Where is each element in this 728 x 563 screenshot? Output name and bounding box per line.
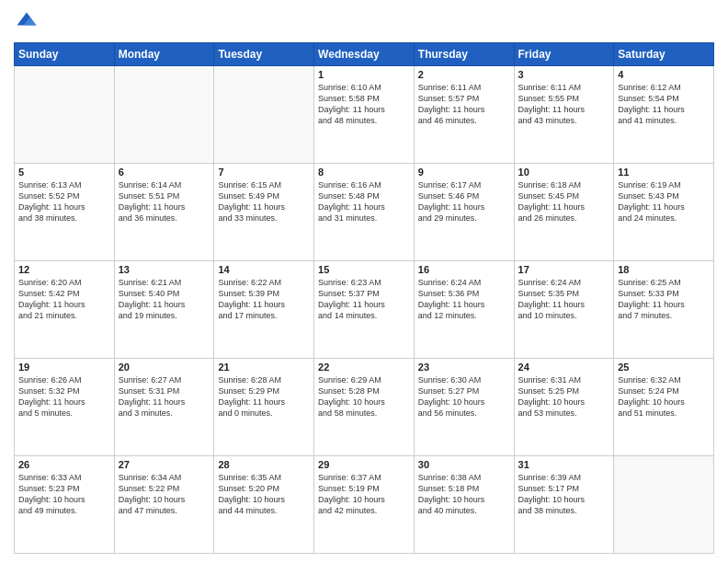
calendar-cell: 7Sunrise: 6:15 AM Sunset: 5:49 PM Daylig…: [214, 164, 314, 261]
calendar-cell: 27Sunrise: 6:34 AM Sunset: 5:22 PM Dayli…: [114, 456, 214, 554]
day-number: 15: [318, 264, 410, 275]
day-number: 4: [618, 69, 710, 80]
col-monday: Monday: [114, 43, 214, 66]
day-info: Sunrise: 6:35 AM Sunset: 5:20 PM Dayligh…: [218, 472, 310, 517]
day-number: 9: [418, 167, 510, 178]
day-info: Sunrise: 6:11 AM Sunset: 5:57 PM Dayligh…: [418, 82, 510, 127]
day-info: Sunrise: 6:32 AM Sunset: 5:24 PM Dayligh…: [618, 374, 710, 419]
day-number: 11: [618, 167, 710, 178]
day-number: 27: [119, 459, 210, 470]
calendar-cell: 2Sunrise: 6:11 AM Sunset: 5:57 PM Daylig…: [414, 66, 514, 164]
header: [14, 9, 714, 35]
col-tuesday: Tuesday: [214, 43, 314, 66]
day-info: Sunrise: 6:37 AM Sunset: 5:19 PM Dayligh…: [318, 472, 410, 517]
day-number: 13: [119, 264, 210, 275]
day-info: Sunrise: 6:10 AM Sunset: 5:58 PM Dayligh…: [318, 82, 410, 127]
day-info: Sunrise: 6:24 AM Sunset: 5:35 PM Dayligh…: [518, 277, 610, 322]
day-number: 14: [218, 264, 310, 275]
calendar-cell: 10Sunrise: 6:18 AM Sunset: 5:45 PM Dayli…: [514, 164, 614, 261]
calendar-cell: 19Sunrise: 6:26 AM Sunset: 5:32 PM Dayli…: [15, 359, 115, 456]
day-number: 1: [318, 69, 410, 80]
day-number: 16: [418, 264, 510, 275]
calendar-cell: [214, 66, 314, 164]
calendar-cell: 3Sunrise: 6:11 AM Sunset: 5:55 PM Daylig…: [514, 66, 614, 164]
day-number: 10: [518, 167, 610, 178]
day-info: Sunrise: 6:27 AM Sunset: 5:31 PM Dayligh…: [119, 374, 210, 419]
col-thursday: Thursday: [414, 43, 514, 66]
calendar-cell: 14Sunrise: 6:22 AM Sunset: 5:39 PM Dayli…: [214, 261, 314, 359]
day-number: 12: [18, 264, 110, 275]
calendar-cell: 1Sunrise: 6:10 AM Sunset: 5:58 PM Daylig…: [314, 66, 415, 164]
day-info: Sunrise: 6:31 AM Sunset: 5:25 PM Dayligh…: [518, 374, 610, 419]
day-number: 6: [119, 167, 210, 178]
day-number: 29: [318, 459, 410, 470]
day-info: Sunrise: 6:21 AM Sunset: 5:40 PM Dayligh…: [119, 277, 210, 322]
calendar-cell: 24Sunrise: 6:31 AM Sunset: 5:25 PM Dayli…: [514, 359, 614, 456]
calendar-cell: 18Sunrise: 6:25 AM Sunset: 5:33 PM Dayli…: [614, 261, 714, 359]
day-info: Sunrise: 6:19 AM Sunset: 5:43 PM Dayligh…: [618, 179, 710, 224]
col-saturday: Saturday: [614, 43, 714, 66]
calendar-cell: 15Sunrise: 6:23 AM Sunset: 5:37 PM Dayli…: [314, 261, 415, 359]
calendar-week-4: 19Sunrise: 6:26 AM Sunset: 5:32 PM Dayli…: [15, 359, 714, 456]
calendar-cell: 21Sunrise: 6:28 AM Sunset: 5:29 PM Dayli…: [214, 359, 314, 456]
day-info: Sunrise: 6:13 AM Sunset: 5:52 PM Dayligh…: [18, 179, 110, 224]
day-number: 3: [518, 69, 610, 80]
day-info: Sunrise: 6:12 AM Sunset: 5:54 PM Dayligh…: [618, 82, 710, 127]
day-number: 26: [18, 459, 110, 470]
day-info: Sunrise: 6:23 AM Sunset: 5:37 PM Dayligh…: [318, 277, 410, 322]
calendar-cell: 16Sunrise: 6:24 AM Sunset: 5:36 PM Dayli…: [414, 261, 514, 359]
day-number: 30: [418, 459, 510, 470]
col-sunday: Sunday: [15, 43, 115, 66]
calendar-cell: [15, 66, 115, 164]
day-info: Sunrise: 6:20 AM Sunset: 5:42 PM Dayligh…: [18, 277, 110, 322]
calendar-week-3: 12Sunrise: 6:20 AM Sunset: 5:42 PM Dayli…: [15, 261, 714, 359]
day-number: 18: [618, 264, 710, 275]
day-number: 31: [518, 459, 610, 470]
day-info: Sunrise: 6:26 AM Sunset: 5:32 PM Dayligh…: [18, 374, 110, 419]
calendar-week-2: 5Sunrise: 6:13 AM Sunset: 5:52 PM Daylig…: [15, 164, 714, 261]
day-info: Sunrise: 6:15 AM Sunset: 5:49 PM Dayligh…: [218, 179, 310, 224]
day-info: Sunrise: 6:29 AM Sunset: 5:28 PM Dayligh…: [318, 374, 410, 419]
day-number: 24: [518, 362, 610, 373]
calendar-cell: 12Sunrise: 6:20 AM Sunset: 5:42 PM Dayli…: [15, 261, 115, 359]
day-number: 23: [418, 362, 510, 373]
calendar-cell: 31Sunrise: 6:39 AM Sunset: 5:17 PM Dayli…: [514, 456, 614, 554]
calendar-cell: 26Sunrise: 6:33 AM Sunset: 5:23 PM Dayli…: [15, 456, 115, 554]
calendar-cell: 17Sunrise: 6:24 AM Sunset: 5:35 PM Dayli…: [514, 261, 614, 359]
day-info: Sunrise: 6:22 AM Sunset: 5:39 PM Dayligh…: [218, 277, 310, 322]
page: Sunday Monday Tuesday Wednesday Thursday…: [0, 0, 728, 563]
day-info: Sunrise: 6:28 AM Sunset: 5:29 PM Dayligh…: [218, 374, 310, 419]
calendar-cell: 11Sunrise: 6:19 AM Sunset: 5:43 PM Dayli…: [614, 164, 714, 261]
calendar-header-row: Sunday Monday Tuesday Wednesday Thursday…: [15, 43, 714, 66]
day-number: 20: [119, 362, 210, 373]
calendar-cell: 23Sunrise: 6:30 AM Sunset: 5:27 PM Dayli…: [414, 359, 514, 456]
day-info: Sunrise: 6:38 AM Sunset: 5:18 PM Dayligh…: [418, 472, 510, 517]
calendar-cell: 8Sunrise: 6:16 AM Sunset: 5:48 PM Daylig…: [314, 164, 415, 261]
calendar-cell: 9Sunrise: 6:17 AM Sunset: 5:46 PM Daylig…: [414, 164, 514, 261]
calendar-cell: 20Sunrise: 6:27 AM Sunset: 5:31 PM Dayli…: [114, 359, 214, 456]
calendar-cell: 13Sunrise: 6:21 AM Sunset: 5:40 PM Dayli…: [114, 261, 214, 359]
day-info: Sunrise: 6:30 AM Sunset: 5:27 PM Dayligh…: [418, 374, 510, 419]
day-info: Sunrise: 6:16 AM Sunset: 5:48 PM Dayligh…: [318, 179, 410, 224]
day-number: 28: [218, 459, 310, 470]
day-info: Sunrise: 6:17 AM Sunset: 5:46 PM Dayligh…: [418, 179, 510, 224]
day-info: Sunrise: 6:39 AM Sunset: 5:17 PM Dayligh…: [518, 472, 610, 517]
calendar-cell: 29Sunrise: 6:37 AM Sunset: 5:19 PM Dayli…: [314, 456, 415, 554]
day-number: 25: [618, 362, 710, 373]
calendar-week-1: 1Sunrise: 6:10 AM Sunset: 5:58 PM Daylig…: [15, 66, 714, 164]
calendar-cell: 6Sunrise: 6:14 AM Sunset: 5:51 PM Daylig…: [114, 164, 214, 261]
logo-icon: [14, 9, 40, 35]
calendar-cell: [114, 66, 214, 164]
calendar-cell: 28Sunrise: 6:35 AM Sunset: 5:20 PM Dayli…: [214, 456, 314, 554]
day-info: Sunrise: 6:25 AM Sunset: 5:33 PM Dayligh…: [618, 277, 710, 322]
day-info: Sunrise: 6:11 AM Sunset: 5:55 PM Dayligh…: [518, 82, 610, 127]
calendar-cell: 30Sunrise: 6:38 AM Sunset: 5:18 PM Dayli…: [414, 456, 514, 554]
day-info: Sunrise: 6:14 AM Sunset: 5:51 PM Dayligh…: [119, 179, 210, 224]
col-friday: Friday: [514, 43, 614, 66]
day-info: Sunrise: 6:24 AM Sunset: 5:36 PM Dayligh…: [418, 277, 510, 322]
day-number: 21: [218, 362, 310, 373]
day-number: 19: [18, 362, 110, 373]
calendar-week-5: 26Sunrise: 6:33 AM Sunset: 5:23 PM Dayli…: [15, 456, 714, 554]
day-number: 22: [318, 362, 410, 373]
day-info: Sunrise: 6:34 AM Sunset: 5:22 PM Dayligh…: [119, 472, 210, 517]
